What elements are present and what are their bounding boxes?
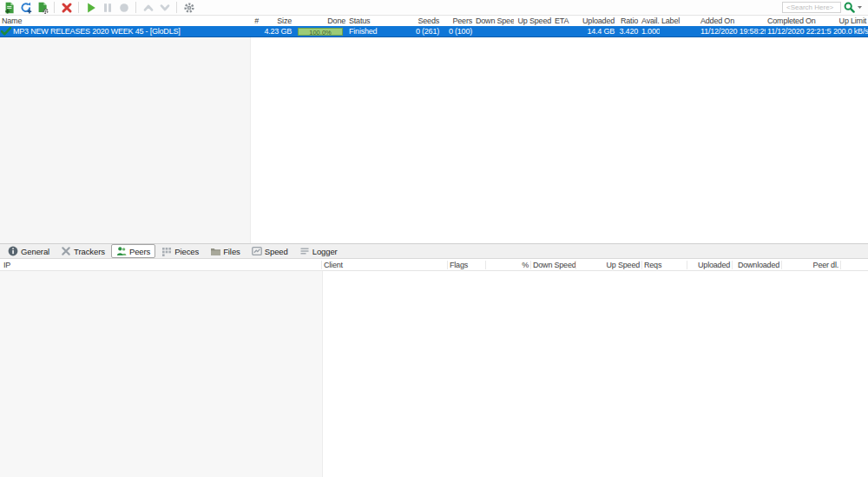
search-icon [844,2,855,13]
torrent-cell-status: Finished [347,27,411,36]
column-header-seeds[interactable]: Seeds [411,17,441,25]
move-up-button[interactable] [141,1,155,14]
column-header-peers[interactable]: Peers [441,17,474,25]
torrent-cell-avail: 1.000 [640,27,660,36]
tab-label: Speed [265,247,288,256]
move-down-button[interactable] [157,1,172,14]
peers-panel-header: IPClientFlags%Down SpeedUp SpeedReqsUplo… [0,259,868,271]
toolbar-separator [78,2,79,13]
speed-icon [252,246,262,256]
torrent-list-header: Name#SizeDoneStatusSeedsPeersDown SpeedU… [0,16,868,26]
add-torrent-button[interactable] [2,1,16,14]
tab-label: Peers [129,247,150,256]
tab-files[interactable]: Files [205,244,246,258]
toolbar-buttons [2,1,196,14]
search-input[interactable] [782,2,841,13]
peers-column-header-uploaded[interactable]: Uploaded [687,261,733,269]
start-torrent-button[interactable] [83,1,98,14]
preferences-button[interactable] [181,1,196,14]
torrent-name-cell: MP3 NEW RELEASES 2020 WEEK 45 - [GloDLS] [0,27,250,36]
tab-label: Pieces [174,247,199,256]
add-torrent-icon [3,2,16,14]
caret-down-icon [857,5,863,10]
add-url-button[interactable] [18,1,33,14]
toolbar-separator [176,2,177,13]
info-icon [8,246,18,256]
files-icon [210,246,220,256]
peers-column-header-downloaded[interactable]: Downloaded [733,261,782,269]
tab-logger[interactable]: Logger [294,244,343,258]
toolbar-separator [135,2,136,13]
move-down-icon [159,2,171,14]
column-header-name[interactable]: Name [0,17,250,25]
peers-column-header-peer-dl[interactable]: Peer dl. [782,261,841,269]
tab-speed[interactable]: Speed [247,244,293,258]
column-header-eta[interactable]: ETA [553,17,573,25]
peers-column-header-client[interactable]: Client [322,261,448,269]
torrent-cell-uploaded: 14.4 GB [573,27,616,36]
column-header-done[interactable]: Done [293,17,347,25]
logger-icon [299,246,310,256]
peers-column-header-ip[interactable]: IP [0,261,322,269]
peers-icon [116,246,127,256]
column-header-down-speed[interactable]: Down Speed [474,17,514,25]
column-header-status[interactable]: Status [347,17,411,25]
column-header-col[interactable]: # [250,17,260,25]
tab-label: General [21,247,49,256]
column-header-up-speed[interactable]: Up Speed [514,17,553,25]
peers-header-filler [841,261,868,269]
tab-label: Files [223,247,240,256]
detail-tab-bar: GeneralTrackersPeersPiecesFilesSpeedLogg… [0,243,868,259]
torrent-cell-added-on: 11/12/2020 19:58:29 [699,27,766,36]
torrent-cell-peers: 0 (100) [441,27,474,36]
add-url-icon [20,2,32,14]
torrent-client-window: Name#SizeDoneStatusSeedsPeersDown SpeedU… [0,0,868,477]
tab-pieces[interactable]: Pieces [156,244,204,258]
tab-label: Trackers [74,247,105,256]
progress-bar: 100.0% [298,28,343,36]
progress-label: 100.0% [299,29,342,35]
stop-torrent-button[interactable] [116,1,131,14]
tab-label: Logger [312,247,338,256]
tab-trackers[interactable]: Trackers [56,244,110,258]
toolbar-separator [54,2,55,13]
torrent-cell-up-limit: 200.0 kB/s [832,27,868,36]
pause-torrent-button[interactable] [100,1,115,14]
search-area [782,2,868,13]
column-header-up-limit[interactable]: Up Limit [832,17,868,25]
peers-column-header-down-speed[interactable]: Down Speed [531,261,576,269]
peers-column-header-col[interactable]: % [486,261,531,269]
torrent-cell-seeds: 0 (261) [411,27,441,36]
torrent-row[interactable]: MP3 NEW RELEASES 2020 WEEK 45 - [GloDLS]… [0,26,868,37]
torrent-cell-size: 4.23 GB [260,27,293,36]
torrent-list-empty-area [0,37,868,243]
column-header-ratio[interactable]: Ratio [616,17,640,25]
create-torrent-button[interactable] [35,1,49,14]
peers-column-header-reqs[interactable]: Reqs [642,261,687,269]
create-torrent-icon [36,2,49,14]
start-icon [85,2,97,14]
stop-icon [118,2,130,14]
column-header-completed-on[interactable]: Completed On [766,17,832,25]
column-header-label[interactable]: Label [660,17,699,25]
torrent-cell-ratio: 3.420 [616,27,640,36]
tab-peers[interactable]: Peers [111,244,155,258]
toolbar [0,0,868,16]
column-header-uploaded[interactable]: Uploaded [573,17,616,25]
remove-torrent-button[interactable] [59,1,74,14]
remove-icon [61,2,73,14]
check-icon [1,27,11,36]
tab-general[interactable]: General [3,244,55,258]
peers-panel-body [0,271,868,477]
column-header-avail[interactable]: Avail. [640,17,660,25]
pieces-icon [161,246,172,256]
progress-cell: 100.0% [293,28,347,36]
column-header-size[interactable]: Size [260,17,293,25]
trackers-icon [61,246,71,256]
peers-column-header-flags[interactable]: Flags [448,261,486,269]
search-button[interactable] [844,2,863,13]
column-header-added-on[interactable]: Added On [699,17,766,25]
move-up-icon [142,2,155,14]
name-column-background [0,37,251,243]
peers-column-header-up-speed[interactable]: Up Speed [576,261,642,269]
